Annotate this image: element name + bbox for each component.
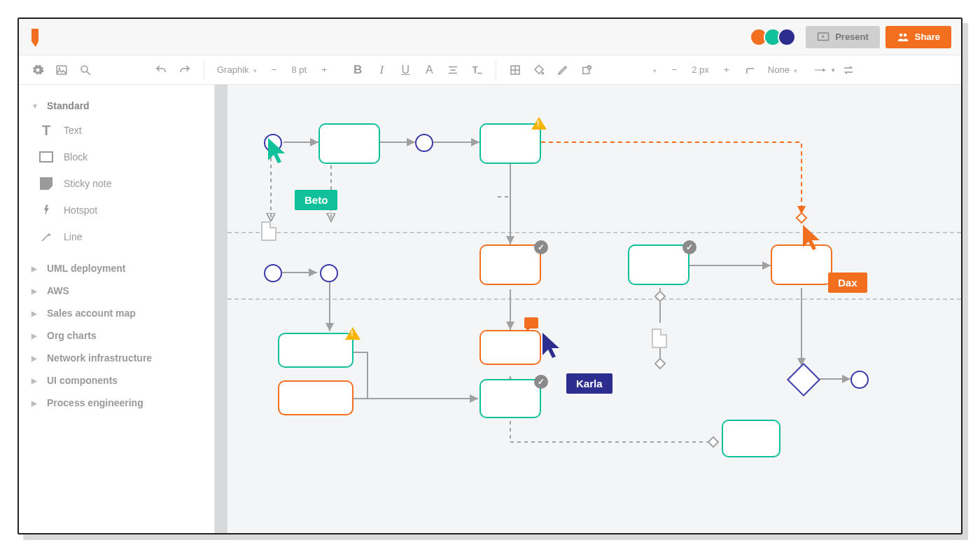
task-node[interactable]	[479, 244, 541, 285]
font-decrease[interactable]: −	[264, 60, 285, 81]
sidebar-group-standard[interactable]: ▼ Standard	[26, 95, 207, 117]
sidebar-group-process[interactable]: ▶Process engineering	[26, 392, 207, 414]
toolbar: Graphik − 8 pt + B I U A T − 2 px + None…	[19, 55, 961, 85]
swap-icon[interactable]	[838, 60, 859, 81]
font-family-select[interactable]: Graphik	[213, 64, 261, 75]
pen-icon[interactable]	[552, 60, 573, 81]
stroke-increase[interactable]: +	[716, 60, 737, 81]
arrow-end-select[interactable]: None	[764, 64, 802, 75]
people-icon	[897, 31, 909, 43]
svg-point-15	[542, 72, 544, 74]
connector-icon[interactable]	[740, 60, 761, 81]
svg-point-5	[81, 66, 88, 72]
avatar	[778, 28, 796, 46]
copy-style-icon[interactable]	[576, 60, 597, 81]
shape-sticky[interactable]: Sticky note	[30, 170, 207, 197]
search-icon[interactable]	[75, 60, 96, 81]
shapes-sidebar: ▼ Standard T Text Block Sticky note	[19, 85, 215, 533]
document-icon[interactable]	[261, 221, 276, 241]
sidebar-group-sales[interactable]: ▶Sales account map	[26, 302, 207, 324]
stroke-width-value: 2 px	[687, 64, 713, 75]
chevron-right-icon: ▶	[31, 354, 40, 362]
present-button[interactable]: Present	[806, 26, 880, 48]
text-color-icon[interactable]: A	[419, 60, 440, 81]
stroke-decrease[interactable]: −	[664, 60, 685, 81]
shape-label: Text	[64, 125, 82, 136]
arrow-style-icon[interactable]: ▾	[814, 60, 835, 81]
group-label: AWS	[47, 285, 69, 296]
bold-icon[interactable]: B	[347, 60, 368, 81]
intermediate-event[interactable]	[320, 264, 338, 282]
underline-icon[interactable]: U	[395, 60, 416, 81]
task-node[interactable]	[479, 379, 541, 418]
canvas-area[interactable]: Beto ✓ ✓ Dax	[215, 85, 961, 533]
line-icon	[38, 229, 54, 244]
task-node[interactable]	[628, 244, 690, 285]
shape-block[interactable]: Block	[30, 144, 207, 170]
sidebar-group-ui[interactable]: ▶UI components	[26, 369, 207, 392]
chevron-right-icon: ▶	[31, 287, 40, 295]
svg-line-19	[42, 234, 50, 242]
shape-label: Line	[64, 231, 82, 242]
shape-icon[interactable]	[505, 60, 526, 81]
block-icon	[38, 149, 54, 165]
gateway-small[interactable]	[654, 358, 666, 370]
intermediate-event[interactable]	[415, 134, 433, 152]
sidebar-group-aws[interactable]: ▶AWS	[26, 280, 207, 302]
check-icon: ✓	[534, 375, 548, 389]
shape-text[interactable]: T Text	[30, 117, 207, 144]
play-icon	[817, 31, 830, 43]
shape-hotspot[interactable]: Hotspot	[30, 197, 207, 223]
clear-format-icon[interactable]: T	[466, 60, 487, 81]
gateway-small[interactable]	[796, 212, 808, 224]
font-size-value: 8 pt	[288, 64, 312, 75]
line-type-select[interactable]	[645, 64, 661, 75]
end-event[interactable]	[850, 371, 869, 389]
canvas[interactable]: Beto ✓ ✓ Dax	[227, 85, 961, 533]
chevron-right-icon: ▶	[31, 399, 40, 407]
svg-point-1	[899, 33, 903, 36]
task-node[interactable]	[479, 330, 541, 365]
sidebar-group-network[interactable]: ▶Network infrastructure	[26, 347, 207, 369]
sidebar-group-uml[interactable]: ▶UML deployment	[26, 257, 207, 280]
collaborator-tag-dax: Dax	[828, 272, 867, 293]
sidebar-group-org[interactable]: ▶Org charts	[26, 324, 207, 347]
task-node[interactable]	[278, 380, 354, 415]
task-node[interactable]	[722, 420, 780, 457]
shape-line[interactable]: Line	[30, 223, 207, 250]
redo-icon[interactable]	[174, 60, 195, 81]
shape-label: Block	[64, 151, 88, 163]
undo-icon[interactable]	[150, 60, 172, 81]
settings-icon[interactable]	[27, 60, 48, 81]
gateway-small[interactable]	[708, 436, 720, 448]
italic-icon[interactable]: I	[371, 60, 392, 81]
chevron-right-icon: ▶	[31, 265, 40, 272]
start-event[interactable]	[264, 264, 282, 282]
fill-icon[interactable]	[528, 60, 550, 81]
cursor-icon	[802, 223, 825, 253]
gateway[interactable]	[787, 363, 820, 396]
warning-icon	[345, 327, 360, 340]
presence-avatars	[754, 28, 796, 46]
shape-label: Hotspot	[64, 205, 97, 216]
group-label: Standard	[47, 100, 90, 111]
task-node[interactable]	[318, 123, 380, 164]
sticky-icon	[38, 176, 54, 191]
warning-icon	[531, 117, 547, 130]
svg-line-6	[87, 71, 90, 75]
logo-icon	[29, 27, 43, 47]
gateway-small[interactable]	[654, 291, 666, 303]
group-label: UI components	[47, 375, 118, 386]
share-button[interactable]: Share	[886, 26, 951, 48]
document-icon[interactable]	[652, 329, 667, 348]
ruler-vertical	[215, 85, 227, 533]
comment-icon[interactable]	[524, 317, 538, 329]
group-label: UML deployment	[47, 263, 126, 274]
align-icon[interactable]	[442, 60, 463, 81]
collaborator-tag-beto: Beto	[295, 190, 337, 210]
group-label: Network infrastructure	[47, 352, 152, 364]
lane-divider	[227, 232, 961, 233]
image-icon[interactable]	[51, 60, 72, 81]
task-node[interactable]	[278, 333, 354, 368]
font-increase[interactable]: +	[314, 60, 335, 81]
